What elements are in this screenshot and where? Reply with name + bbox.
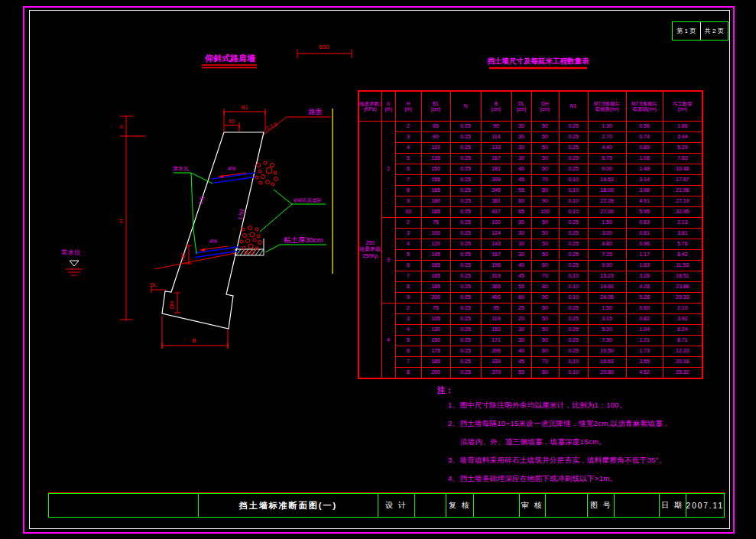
- section-title: 仰斜式路肩墙: [204, 54, 256, 63]
- dim-base-width-label: B: [192, 337, 196, 344]
- table-cell: 27.19: [663, 196, 702, 207]
- table-cell: 7: [395, 175, 421, 186]
- table-cell: 95: [481, 304, 511, 314]
- table-cell: 0.89: [626, 143, 663, 154]
- table-cell: 0.10: [559, 207, 588, 218]
- table-cell: 0.25: [450, 186, 481, 196]
- table-cell: 3.81: [663, 229, 702, 239]
- dim-dl: DL: [150, 282, 166, 293]
- table-cell: 5.20: [588, 325, 626, 336]
- table-cell: 2: [395, 122, 421, 132]
- table-cell: 181: [481, 164, 511, 175]
- table-cell: 145: [421, 250, 450, 261]
- table-cell: 32.95: [663, 207, 702, 218]
- filter-gravel-upper: [255, 161, 278, 186]
- table-cell: 45: [511, 175, 531, 186]
- table-cell: 4.40: [588, 143, 626, 154]
- design-signature-cell: [415, 494, 446, 517]
- table-row: 82000.2537955800.1020.804.5225.32: [359, 368, 702, 379]
- table-cell: 3.55: [626, 357, 663, 368]
- table-cell: 29.33: [663, 293, 702, 304]
- note-line: 3、墙背填料采用碎石土填筑并分层夯实，填料摩擦角不低于35°。: [448, 456, 705, 466]
- table-cell: 16.63: [588, 357, 626, 368]
- table-cell: 65: [511, 207, 531, 218]
- table-cell: 124: [481, 229, 511, 239]
- table-cell: 7.50: [588, 336, 626, 346]
- table-cell: 0.25: [450, 304, 481, 314]
- table-cell: 0.25: [450, 346, 481, 357]
- table-cell: 20.80: [588, 368, 626, 379]
- table-cell: 3.14: [626, 175, 663, 186]
- dim-dh: DH: [169, 293, 180, 313]
- table-cell: 4: [395, 143, 421, 154]
- table-cell: 60: [531, 346, 559, 357]
- table-row: 41300.2515230500.255.201.046.24: [359, 325, 702, 336]
- table-cell: 2.10: [663, 304, 702, 314]
- table-cell: 70: [531, 357, 559, 368]
- table-cell: 119: [481, 314, 511, 325]
- table-header-cell: H(m): [395, 91, 421, 122]
- table-cell: 10.48: [663, 164, 702, 175]
- table-cell: 200: [421, 293, 450, 304]
- table-cell: 185: [421, 357, 450, 368]
- table-cell: 15.23: [588, 271, 626, 282]
- table-cell: 70: [531, 175, 559, 186]
- dim-600: 600: [297, 44, 352, 58]
- table-cell: 1.30: [588, 122, 626, 132]
- table-cell: 100: [421, 229, 450, 239]
- table-cell: 7: [395, 357, 421, 368]
- dim-dl-label: DL: [150, 282, 157, 287]
- table-cell: 11.53: [663, 261, 702, 271]
- table-cell: 50: [531, 325, 559, 336]
- table-cell: 0.25: [450, 164, 481, 175]
- table-cell: 0.25: [559, 143, 588, 154]
- table-cell: 0.25: [450, 336, 481, 346]
- date-value: 2007.11: [686, 494, 724, 517]
- table-cell: 0.25: [450, 207, 481, 218]
- table-cell: 65: [421, 122, 450, 132]
- table-row: 41100.2513330500.254.400.895.29: [359, 143, 702, 154]
- table-row: 51500.2517130500.257.501.218.71: [359, 336, 702, 346]
- table-row: 32750.2510030500.251.500.632.13: [359, 218, 702, 229]
- table-cell: 23.88: [663, 282, 702, 293]
- table-cell: 80: [531, 368, 559, 379]
- table-cell: 0.63: [626, 218, 663, 229]
- table-row: 31050.2511920500.253.150.823.92: [359, 314, 702, 325]
- table-cell: 5: [395, 154, 421, 164]
- table-cell: 1.63: [626, 261, 663, 271]
- table-cell: 130: [421, 325, 450, 336]
- table-cell: 0.25: [450, 314, 481, 325]
- note-line: 2、挡土墙每隔10~15米设一道沉降缝，缝宽2cm,以沥青麻絮填塞，: [448, 419, 705, 429]
- quantity-table: 地基承载力(KPa) h(m) H(m) B1(cm) N B(cm) DL(c…: [358, 90, 703, 379]
- table-cell: 120: [421, 239, 450, 250]
- table-cell: 18.51: [663, 271, 702, 282]
- table-header-cell: 圬工数量(m³): [663, 91, 702, 122]
- table-cell: 185: [421, 282, 450, 293]
- water-level-label: 常水位: [61, 248, 81, 256]
- table-cell: 8: [395, 186, 421, 196]
- table-cell: 50: [531, 143, 559, 154]
- table-cell: 90: [421, 132, 450, 143]
- table-cell: 114: [481, 132, 511, 143]
- table-row: 81850.2536555800.1019.604.2823.88: [359, 282, 702, 293]
- dim-dh-label: DH: [169, 301, 174, 309]
- table-cell: 6.75: [588, 154, 626, 164]
- table-cell: 5.76: [663, 239, 702, 250]
- table-cell: 1.73: [626, 346, 663, 357]
- table-cell: 0.25: [450, 175, 481, 186]
- table-cell: 0.25: [450, 271, 481, 282]
- table-cell: 165: [421, 271, 450, 282]
- table-cell: 50: [531, 314, 559, 325]
- table-cell: 25.32: [663, 368, 702, 379]
- table-cell: 14.53: [588, 175, 626, 186]
- table-cell: 0.25: [559, 250, 588, 261]
- table-cell: 80: [531, 186, 559, 196]
- table-cell: 4.28: [626, 282, 663, 293]
- table-cell: 167: [481, 154, 511, 164]
- table-cell: 105: [421, 314, 450, 325]
- table-cell: 185: [421, 207, 450, 218]
- table-cell: 0.25: [450, 282, 481, 293]
- table-row: 71550.2530945700.1014.533.1417.67: [359, 175, 702, 186]
- notes-block: 注： 1、图中尺寸除注明外余均以厘米计，比例为1：100。2、挡土墙每隔10~1…: [437, 385, 705, 492]
- dim-H-label: H: [118, 219, 125, 223]
